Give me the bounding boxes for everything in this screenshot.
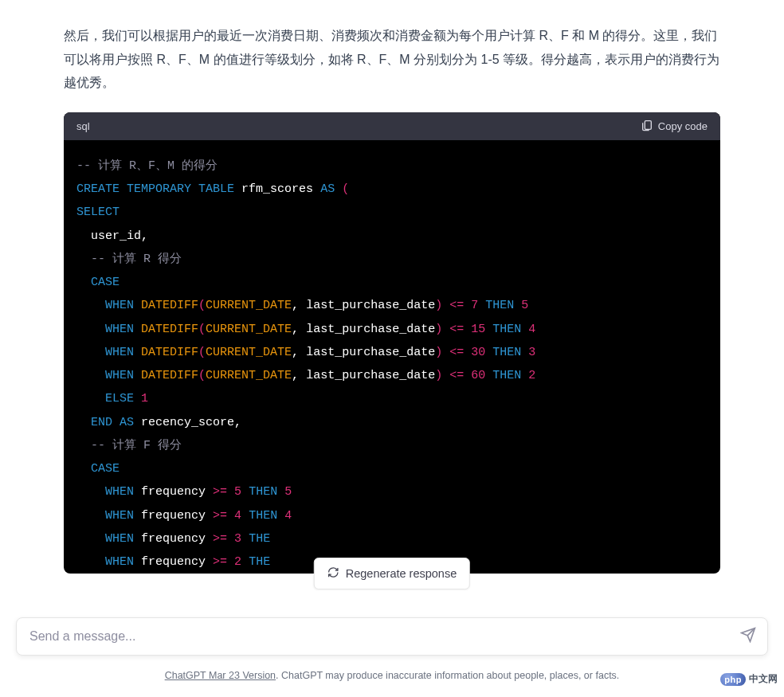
disclaimer-text: . ChatGPT may produce inaccurate informa… bbox=[276, 670, 619, 681]
refresh-icon bbox=[327, 566, 339, 581]
watermark-badge: php bbox=[720, 673, 746, 686]
message-input[interactable] bbox=[29, 629, 727, 644]
explanation-paragraph: 然后，我们可以根据用户的最近一次消费日期、消费频次和消费金额为每个用户计算 R、… bbox=[64, 24, 720, 95]
code-language-label: sql bbox=[76, 120, 90, 132]
regenerate-response-button[interactable]: Regenerate response bbox=[314, 558, 470, 589]
send-icon[interactable] bbox=[740, 627, 756, 646]
copy-code-label: Copy code bbox=[658, 120, 708, 132]
version-link[interactable]: ChatGPT Mar 23 Version bbox=[165, 670, 276, 681]
regenerate-label: Regenerate response bbox=[346, 567, 457, 580]
code-content: -- 计算 R、F、M 的得分 CREATE TEMPORARY TABLE r… bbox=[64, 140, 720, 574]
watermark-text: 中文网 bbox=[749, 672, 778, 686]
message-input-container bbox=[16, 617, 768, 656]
clipboard-icon bbox=[641, 119, 653, 134]
watermark: php 中文网 bbox=[720, 672, 778, 686]
copy-code-button[interactable]: Copy code bbox=[641, 119, 708, 134]
code-block: sql Copy code -- 计算 R、F、M 的得分 CREATE TEM… bbox=[64, 112, 720, 574]
footer-disclaimer: ChatGPT Mar 23 Version. ChatGPT may prod… bbox=[0, 670, 784, 681]
svg-rect-0 bbox=[645, 120, 651, 129]
code-block-header: sql Copy code bbox=[64, 112, 720, 140]
